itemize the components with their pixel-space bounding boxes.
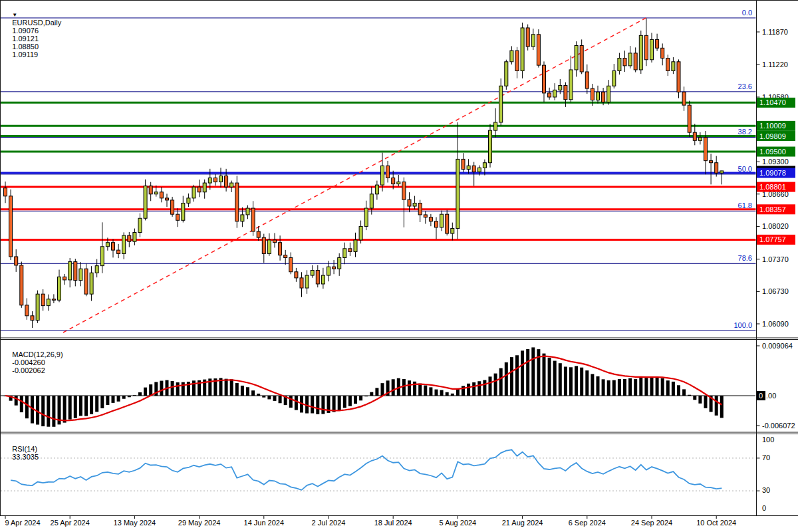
candlestick xyxy=(138,218,142,232)
date-axis[interactable]: 9 Apr 202425 Apr 202413 May 202429 May 2… xyxy=(5,516,736,527)
macd-histogram-bar xyxy=(348,396,352,406)
macd-histogram-bar xyxy=(279,396,282,403)
macd-histogram-bar xyxy=(623,379,626,396)
macd-histogram-bar xyxy=(720,396,724,418)
candlestick xyxy=(68,262,72,280)
candlestick xyxy=(133,233,136,242)
candlestick xyxy=(672,62,675,71)
candlestick xyxy=(20,265,23,305)
red-price-badge-text: 1.07757 xyxy=(759,235,786,243)
candlestick xyxy=(364,208,368,226)
price-axis-label: 1.11220 xyxy=(762,61,788,68)
macd-axis-min: -0.006072 xyxy=(762,422,795,430)
macd-histogram-bar xyxy=(418,384,422,396)
candlestick xyxy=(467,166,470,169)
candlestick xyxy=(359,226,362,240)
candlestick xyxy=(580,46,583,72)
macd-histogram-bar xyxy=(597,376,600,396)
macd-histogram-bar xyxy=(585,370,589,396)
candlestick xyxy=(386,166,390,178)
candlestick xyxy=(477,168,481,172)
rsi-name: RSI(14) xyxy=(12,445,37,453)
x-axis-label: 6 Sep 2024 xyxy=(569,519,606,527)
candlestick xyxy=(300,278,303,288)
candlestick xyxy=(348,249,352,252)
macd-histogram-bar xyxy=(580,368,583,396)
macd-histogram-bar xyxy=(602,379,605,396)
macd-histogram-bar xyxy=(424,386,427,396)
candlestick xyxy=(327,267,331,275)
fib-level-label: 23.6 xyxy=(738,82,752,90)
macd-histogram-bar xyxy=(656,377,659,396)
candlestick xyxy=(95,266,98,273)
candlestick xyxy=(219,176,223,182)
macd-histogram-bar xyxy=(543,354,546,396)
macd-histogram-bar xyxy=(364,396,368,396)
macd-histogram-bar xyxy=(612,380,616,396)
macd-histogram-bar xyxy=(273,396,277,401)
macd-histogram-bar xyxy=(262,396,265,398)
candlestick xyxy=(106,243,109,247)
ohlc-high: 1.09121 xyxy=(12,35,39,43)
candlestick xyxy=(456,159,460,228)
macd-histogram-bar xyxy=(575,366,578,396)
candlestick xyxy=(618,58,621,70)
macd-histogram-bar xyxy=(316,396,319,414)
candlestick xyxy=(262,237,265,253)
candlestick xyxy=(569,70,573,100)
candlestick xyxy=(166,198,169,200)
macd-histogram-bar xyxy=(715,396,718,416)
candlestick xyxy=(176,214,180,220)
red-price-badge-text: 1.08357 xyxy=(759,205,786,213)
candlestick xyxy=(413,203,416,206)
candlestick xyxy=(462,159,465,169)
macd-histogram-bar xyxy=(477,381,481,396)
rsi-value: 33.3035 xyxy=(12,453,39,461)
macd-histogram-bar xyxy=(52,396,55,427)
trend-line[interactable] xyxy=(63,17,648,332)
macd-histogram-bar xyxy=(338,396,341,410)
x-axis-label: 14 Jun 2024 xyxy=(244,519,285,527)
macd-histogram-bar xyxy=(354,396,357,404)
candlestick xyxy=(710,161,713,163)
macd-histogram-bar xyxy=(672,382,675,396)
candlestick xyxy=(602,92,605,102)
price-axis-label: 1.08020 xyxy=(762,222,789,230)
candlestick xyxy=(682,92,686,105)
macd-histogram-bar xyxy=(634,379,637,396)
fib-level-label: 78.6 xyxy=(738,254,752,262)
green-price-badge-text: 1.10009 xyxy=(759,122,786,130)
candlestick xyxy=(704,138,708,161)
macd-zero-label: .00 xyxy=(766,392,776,400)
candlestick xyxy=(321,275,325,284)
candlestick xyxy=(499,86,503,122)
ohlc-low: 1.08850 xyxy=(12,43,39,51)
candlestick xyxy=(597,92,600,100)
ohlc-close: 1.09119 xyxy=(12,51,38,59)
candlestick xyxy=(257,231,260,237)
macd-histogram-bar xyxy=(267,396,271,399)
chart-canvas[interactable]: 0.023.638.250.061.878.6100.01.118701.112… xyxy=(0,0,798,532)
candlestick xyxy=(537,35,540,65)
green-price-badge-text: 1.09500 xyxy=(759,148,786,156)
macd-histogram-bar xyxy=(370,392,373,396)
candlestick xyxy=(246,208,249,215)
candlestick xyxy=(521,28,524,71)
rsi-axis-label: 0 xyxy=(762,504,766,512)
macd-histogram-bar xyxy=(446,392,449,396)
symbol-dropdown-arrow[interactable]: ▼ xyxy=(12,12,17,18)
candlestick xyxy=(639,35,642,70)
candlestick xyxy=(47,299,50,306)
candlestick xyxy=(693,132,696,140)
macd-histogram-bar xyxy=(381,383,384,396)
candlestick xyxy=(74,262,77,281)
candlestick xyxy=(225,176,228,187)
price-axis-label: 1.06730 xyxy=(762,287,789,295)
candlestick xyxy=(483,163,486,168)
candlestick xyxy=(187,198,190,203)
candlestick xyxy=(435,221,438,227)
candlestick xyxy=(526,28,529,47)
x-axis-label: 25 Apr 2024 xyxy=(51,519,90,527)
candlestick xyxy=(397,182,400,184)
macd-histogram-bar xyxy=(95,396,98,412)
